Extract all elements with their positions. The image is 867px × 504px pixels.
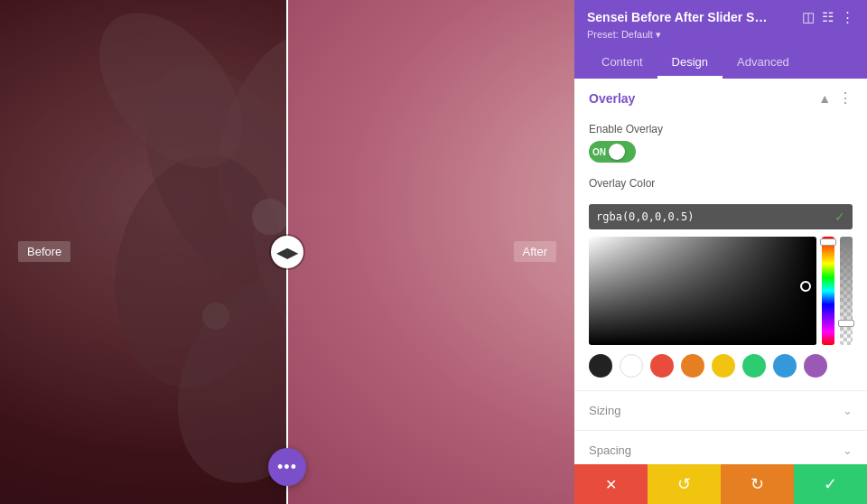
header-icons: ◫ ☷ ⋮ [802,9,854,25]
alpha-thumb [838,320,854,327]
swatch-purple[interactable] [804,354,827,378]
undo-icon: ↺ [677,474,691,494]
overlay-color-row: Overlay Color [574,172,867,204]
settings-body: Overlay ▲ ⋮ Enable Overlay ON Overlay [574,79,867,464]
preset-label[interactable]: Preset: Default ▾ [587,29,854,41]
section-controls: ▲ ⋮ [818,89,853,107]
spacing-section[interactable]: Spacing ⌄ [574,430,867,464]
color-swatches [589,352,853,379]
gradient-overlay [589,237,816,345]
swatch-blue[interactable] [773,354,797,378]
gradient-handle[interactable] [800,281,811,292]
overlay-section-header[interactable]: Overlay ▲ ⋮ [574,79,867,117]
swatch-orange[interactable] [681,354,704,378]
color-gradient-canvas[interactable] [589,237,816,345]
fab-dots-icon: ••• [277,458,297,477]
swatch-white[interactable] [620,354,643,378]
color-confirm-icon[interactable]: ✓ [834,210,845,224]
cancel-button[interactable]: ✕ [574,464,648,504]
sizing-chevron-icon: ⌄ [843,404,853,417]
hue-slider[interactable] [822,237,834,345]
settings-panel: Sensei Before After Slider Set... ◫ ☷ ⋮ … [574,0,867,504]
redo-button[interactable]: ↻ [721,464,794,504]
spacing-chevron-icon: ⌄ [843,443,853,457]
swatch-yellow[interactable] [712,354,735,378]
bottom-toolbar: ✕ ↺ ↻ ✓ [574,464,867,504]
overlay-chevron-icon: ▲ [818,91,831,106]
responsive-icon[interactable]: ◫ [802,9,815,25]
save-icon: ✓ [824,474,837,494]
after-label: After [514,241,556,262]
settings-header: Sensei Before After Slider Set... ◫ ☷ ⋮ … [574,0,867,79]
overlay-section-title: Overlay [589,91,635,106]
toggle-container: ON [589,141,853,163]
toggle-label: ON [592,147,606,157]
header-tabs: Content Design Advanced [587,48,854,79]
color-input-row[interactable]: rgba(0,0,0,0.5) ✓ [589,204,853,229]
columns-icon[interactable]: ☷ [822,9,834,25]
tab-advanced[interactable]: Advanced [722,48,804,79]
alpha-slider[interactable] [840,237,853,345]
handle-arrows-icon: ◀▶ [276,244,298,261]
slider-after: After [287,0,574,504]
toggle-knob [609,144,625,160]
overlay-color-label: Overlay Color [589,177,853,190]
hue-thumb [820,238,836,246]
save-button[interactable]: ✓ [794,464,867,504]
sizing-title: Sizing [589,404,620,417]
enable-overlay-row: Enable Overlay ON [574,117,867,172]
header-top: Sensei Before After Slider Set... ◫ ☷ ⋮ [587,9,854,25]
slider-before: Before [0,0,287,504]
fab-button[interactable]: ••• [268,448,306,486]
color-value: rgba(0,0,0,0.5) [596,210,829,223]
slider-panel: Before After ◀▶ ••• [0,0,574,504]
panel-title: Sensei Before After Slider Set... [587,10,768,24]
cancel-icon: ✕ [605,476,617,493]
spacing-title: Spacing [589,443,631,457]
enable-overlay-label: Enable Overlay [589,123,853,135]
overlay-menu-icon[interactable]: ⋮ [838,89,853,107]
undo-button[interactable]: ↺ [648,464,721,504]
tab-design[interactable]: Design [657,48,722,79]
divider-handle[interactable]: ◀▶ [271,236,303,268]
swatch-black[interactable] [589,354,612,378]
overlay-toggle[interactable]: ON [589,141,636,163]
swatch-green[interactable] [742,354,766,378]
sizing-section[interactable]: Sizing ⌄ [574,390,867,430]
before-label: Before [18,241,70,262]
more-icon[interactable]: ⋮ [841,9,854,25]
color-picker-area: rgba(0,0,0,0.5) ✓ [574,204,867,390]
swatch-red[interactable] [650,354,674,378]
tab-content[interactable]: Content [587,48,657,79]
redo-icon: ↻ [750,474,764,494]
overlay-section: Overlay ▲ ⋮ Enable Overlay ON Overlay [574,79,867,390]
